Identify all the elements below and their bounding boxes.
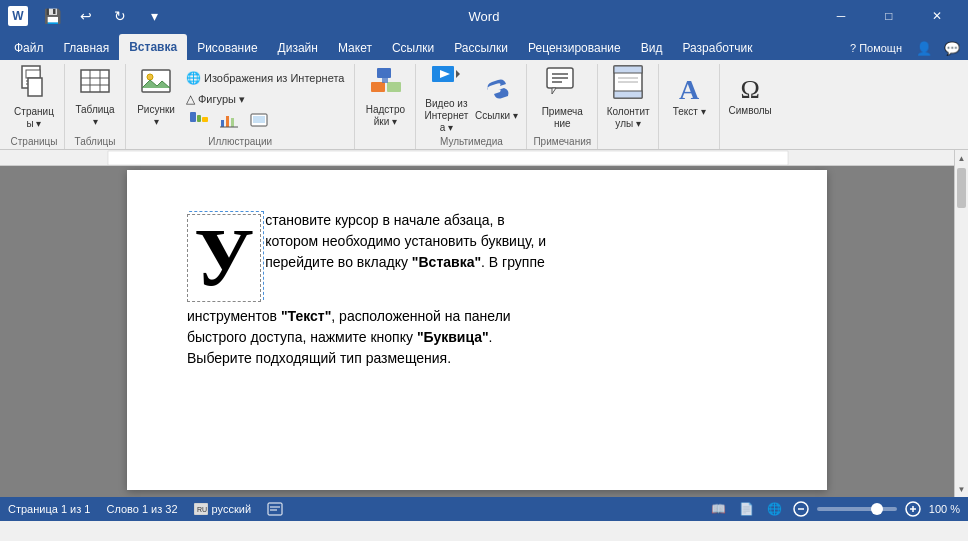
account-btn[interactable]: 👤 xyxy=(912,36,936,60)
read-view-btn[interactable]: 📖 xyxy=(709,499,729,519)
svg-marker-29 xyxy=(552,88,556,94)
smartart-button[interactable] xyxy=(186,110,212,130)
proofread-status[interactable] xyxy=(267,502,283,516)
ribbon-tabs: Файл Главная Вставка Рисование Дизайн Ма… xyxy=(0,32,968,60)
page-status-text: Страница 1 из 1 xyxy=(8,503,90,515)
ribbon-content: Страницы ▾ Страницы Таблица ▾ Таб xyxy=(0,60,968,150)
pictures-button[interactable]: Рисунки ▾ xyxy=(132,66,180,128)
tab-mailings[interactable]: Рассылки xyxy=(444,36,518,60)
text-label: Текст ▾ xyxy=(673,106,706,118)
web-view-btn[interactable]: 🌐 xyxy=(765,499,785,519)
pages-group-content: Страницы ▾ xyxy=(10,64,58,135)
tab-insert[interactable]: Вставка xyxy=(119,34,187,60)
print-view-btn[interactable]: 📄 xyxy=(737,499,757,519)
proofread-icon xyxy=(267,502,283,516)
svg-rect-1 xyxy=(26,70,40,78)
screenshot-button[interactable] xyxy=(246,110,272,130)
tab-view[interactable]: Вид xyxy=(631,36,673,60)
symbols-group-label xyxy=(726,135,774,149)
links-icon xyxy=(480,72,512,108)
text-group-label xyxy=(665,135,713,149)
addins-group-content: Надстройки ▾ xyxy=(361,64,409,135)
illus-icons-row xyxy=(182,110,348,130)
symbols-button[interactable]: Ω Символы xyxy=(726,66,774,128)
svg-rect-42 xyxy=(268,503,282,515)
zoom-slider-thumb[interactable] xyxy=(871,503,883,515)
online-images-icon: 🌐 xyxy=(186,71,201,85)
status-bar-right: 📖 📄 🌐 100 % xyxy=(709,499,960,519)
main-text-continued: инструментов "Текст", расположенной на п… xyxy=(187,306,767,369)
maximize-button[interactable]: □ xyxy=(866,0,912,32)
window-title: Word xyxy=(325,9,642,24)
shapes-button[interactable]: △ Фигуры ▾ xyxy=(182,89,348,109)
comments-top-btn[interactable]: 💬 xyxy=(940,36,964,60)
tab-draw[interactable]: Рисование xyxy=(187,36,267,60)
pages-button[interactable]: Страницы ▾ xyxy=(10,66,58,128)
table-icon xyxy=(79,66,111,102)
save-quick-btn[interactable]: 💾 xyxy=(38,2,66,30)
app-icon: W xyxy=(8,6,28,26)
svg-rect-16 xyxy=(226,116,229,127)
hf-group-label xyxy=(604,135,652,149)
status-bar: Страница 1 из 1 Слово 1 из 32 RU русский… xyxy=(0,497,968,521)
zoom-slider[interactable] xyxy=(817,507,897,511)
comment-icon xyxy=(544,64,580,104)
scroll-track[interactable] xyxy=(955,166,968,481)
tab-home[interactable]: Главная xyxy=(54,36,120,60)
smartart-icon xyxy=(190,112,208,128)
page-status[interactable]: Страница 1 из 1 xyxy=(8,503,90,515)
ribbon-group-text: A Текст ▾ xyxy=(659,64,720,149)
tab-design[interactable]: Дизайн xyxy=(268,36,328,60)
tab-layout[interactable]: Макет xyxy=(328,36,382,60)
online-video-label: Видео из Интернета ▾ xyxy=(424,98,468,134)
language-status[interactable]: RU русский xyxy=(194,503,251,515)
svg-rect-10 xyxy=(142,70,170,92)
addins-label: Надстройки ▾ xyxy=(363,104,407,128)
text-icon: A xyxy=(679,76,699,104)
scroll-up-arrow[interactable]: ▲ xyxy=(955,150,969,166)
word-count-status[interactable]: Слово 1 из 32 xyxy=(106,503,177,515)
tab-developer[interactable]: Разработчик xyxy=(672,36,762,60)
tab-file[interactable]: Файл xyxy=(4,36,54,60)
online-images-button[interactable]: 🌐 Изображения из Интернета xyxy=(182,68,348,88)
links-button[interactable]: Ссылки ▾ xyxy=(472,66,520,128)
svg-rect-14 xyxy=(202,117,208,122)
ribbon-group-symbols: Ω Символы xyxy=(720,64,780,149)
svg-text:RU: RU xyxy=(197,506,207,513)
symbols-group-content: Ω Символы xyxy=(726,64,774,135)
comment-button[interactable]: Примечание xyxy=(538,66,586,128)
addins-button[interactable]: Надстройки ▾ xyxy=(361,66,409,128)
document-page[interactable]: У становите курсор в начале абзаца, в ко… xyxy=(127,170,827,490)
header-footer-button[interactable]: Колонтитулы ▾ xyxy=(604,66,652,128)
tab-review[interactable]: Рецензирование xyxy=(518,36,631,60)
close-button[interactable]: ✕ xyxy=(914,0,960,32)
zoom-level[interactable]: 100 % xyxy=(929,503,960,515)
online-video-button[interactable]: Видео из Интернета ▾ xyxy=(422,66,470,128)
scroll-thumb[interactable] xyxy=(957,168,966,208)
tables-group-label: Таблицы xyxy=(71,135,119,149)
zoom-in-icon[interactable] xyxy=(905,501,921,517)
tab-references[interactable]: Ссылки xyxy=(382,36,444,60)
scroll-down-arrow[interactable]: ▼ xyxy=(955,481,969,497)
pages-group-label: Страницы xyxy=(10,135,58,149)
help-btn[interactable]: ? Помощн xyxy=(844,36,908,60)
svg-rect-24 xyxy=(382,73,388,83)
media-group-label: Мультимедиа xyxy=(422,135,520,149)
svg-point-11 xyxy=(147,74,153,80)
illus-small-column: 🌐 Изображения из Интернета △ Фигуры ▾ xyxy=(182,66,348,130)
more-quick-btn[interactable]: ▾ xyxy=(140,2,168,30)
minimize-button[interactable]: ─ xyxy=(818,0,864,32)
ribbon-group-hf: Колонтитулы ▾ xyxy=(598,64,659,149)
shapes-label: Фигуры ▾ xyxy=(198,93,245,106)
undo-quick-btn[interactable]: ↩ xyxy=(72,2,100,30)
title-bar: W 💾 ↩ ↻ ▾ Word ─ □ ✕ xyxy=(0,0,968,32)
text-button[interactable]: A Текст ▾ xyxy=(665,66,713,128)
comment-label: Примечание xyxy=(540,106,584,130)
table-button[interactable]: Таблица ▾ xyxy=(71,66,119,128)
document-scroll[interactable]: У становите курсор в начале абзаца, в ко… xyxy=(0,150,954,497)
vertical-scrollbar[interactable]: ▲ ▼ xyxy=(954,150,968,497)
zoom-out-icon[interactable] xyxy=(793,501,809,517)
redo-quick-btn[interactable]: ↻ xyxy=(106,2,134,30)
chart-button[interactable] xyxy=(216,110,242,130)
svg-rect-34 xyxy=(614,66,642,73)
